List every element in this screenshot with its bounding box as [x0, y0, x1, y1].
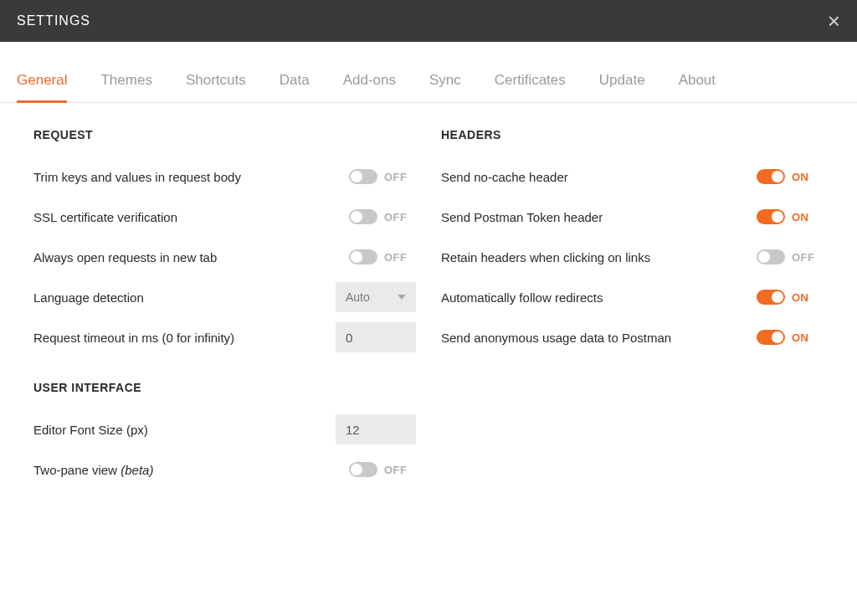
label-fontsize: Editor Font Size (px): [33, 423, 336, 437]
label-language: Language detection: [33, 290, 336, 305]
row-usage: Send anonymous usage data to Postman ON: [441, 317, 824, 357]
label-retain: Retain headers when clicking on links: [441, 250, 757, 264]
tab-addons[interactable]: Add-ons: [343, 64, 396, 103]
tab-update[interactable]: Update: [599, 64, 645, 103]
chevron-down-icon: [398, 295, 406, 300]
settings-tabs: General Themes Shortcuts Data Add-ons Sy…: [0, 64, 857, 103]
row-language: Language detection Auto: [33, 277, 416, 317]
select-language-value: Auto: [346, 290, 370, 304]
settings-content: REQUEST Trim keys and values in request …: [0, 103, 857, 490]
toggle-token-state: ON: [792, 211, 809, 223]
toggle-nocache[interactable]: [757, 169, 785, 184]
toggle-nocache-state: ON: [792, 171, 809, 183]
label-newtab: Always open requests in new tab: [33, 250, 349, 264]
label-twopane-text: Two-pane view: [33, 463, 121, 477]
toggle-twopane-state: OFF: [384, 464, 408, 476]
section-request-title: REQUEST: [33, 128, 416, 141]
row-twopane: Two-pane view (beta) OFF: [33, 449, 416, 490]
tab-certificates[interactable]: Certificates: [495, 64, 566, 103]
section-ui-title: USER INTERFACE: [33, 381, 416, 394]
label-usage: Send anonymous usage data to Postman: [441, 331, 757, 345]
toggle-redirects-state: ON: [792, 291, 809, 304]
row-ssl: SSL certificate verification OFF: [33, 197, 416, 237]
toggle-retain-state: OFF: [792, 251, 815, 264]
toggle-newtab-state: OFF: [384, 251, 408, 264]
tab-about[interactable]: About: [679, 64, 716, 103]
section-headers-title: HEADERS: [441, 128, 824, 141]
right-column: HEADERS Send no-cache header ON Send Pos…: [441, 128, 824, 490]
toggle-trim-state: OFF: [384, 171, 408, 183]
tab-sync[interactable]: Sync: [429, 64, 461, 103]
toggle-twopane[interactable]: [349, 462, 377, 477]
tab-shortcuts[interactable]: Shortcuts: [186, 64, 246, 103]
tab-data[interactable]: Data: [280, 64, 310, 103]
input-timeout[interactable]: [336, 322, 416, 352]
input-fontsize[interactable]: [336, 414, 416, 444]
label-trim: Trim keys and values in request body: [33, 170, 349, 184]
label-nocache: Send no-cache header: [441, 170, 757, 184]
toggle-ssl-state: OFF: [384, 211, 408, 223]
close-icon[interactable]: ×: [828, 10, 840, 32]
label-ssl: SSL certificate verification: [33, 210, 349, 224]
row-fontsize: Editor Font Size (px): [33, 409, 416, 449]
toggle-ssl[interactable]: [349, 209, 377, 224]
row-retain: Retain headers when clicking on links OF…: [441, 237, 824, 277]
row-trim: Trim keys and values in request body OFF: [33, 157, 416, 197]
toggle-newtab[interactable]: [349, 249, 377, 264]
row-timeout: Request timeout in ms (0 for infinity): [33, 317, 416, 357]
toggle-trim[interactable]: [349, 169, 377, 184]
toggle-token[interactable]: [757, 209, 785, 224]
toggle-redirects[interactable]: [757, 290, 785, 305]
titlebar: SETTINGS ×: [0, 0, 857, 42]
label-token: Send Postman Token header: [441, 210, 757, 224]
row-newtab: Always open requests in new tab OFF: [33, 237, 416, 277]
tab-general[interactable]: General: [17, 64, 67, 103]
label-timeout: Request timeout in ms (0 for infinity): [33, 331, 336, 345]
left-column: REQUEST Trim keys and values in request …: [33, 128, 416, 490]
select-language[interactable]: Auto: [336, 282, 416, 312]
row-token: Send Postman Token header ON: [441, 197, 824, 237]
toggle-usage-state: ON: [792, 331, 809, 344]
tab-themes[interactable]: Themes: [100, 64, 151, 103]
label-twopane: Two-pane view (beta): [33, 463, 349, 477]
row-nocache: Send no-cache header ON: [441, 157, 824, 197]
window-title: SETTINGS: [17, 13, 90, 28]
toggle-retain[interactable]: [757, 249, 785, 264]
label-redirects: Automatically follow redirects: [441, 290, 757, 305]
label-twopane-beta: (beta): [121, 463, 153, 477]
row-redirects: Automatically follow redirects ON: [441, 277, 824, 317]
toggle-usage[interactable]: [757, 330, 785, 345]
